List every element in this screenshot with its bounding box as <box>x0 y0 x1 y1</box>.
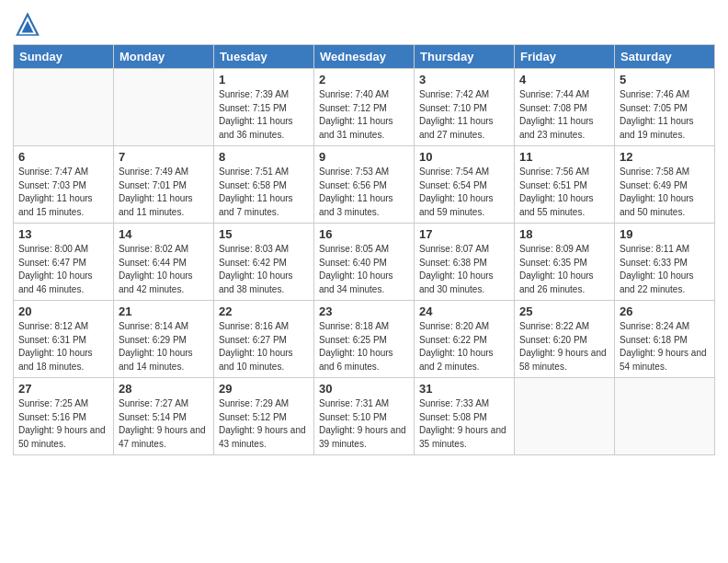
day-cell: 14Sunrise: 8:02 AM Sunset: 6:44 PM Dayli… <box>114 224 214 301</box>
day-cell: 18Sunrise: 8:09 AM Sunset: 6:35 PM Dayli… <box>515 224 615 301</box>
day-cell: 1Sunrise: 7:39 AM Sunset: 7:15 PM Daylig… <box>214 69 314 146</box>
day-info: Sunrise: 7:58 AM Sunset: 6:49 PM Dayligh… <box>620 166 710 219</box>
day-number: 2 <box>319 73 409 86</box>
day-cell: 5Sunrise: 7:46 AM Sunset: 7:05 PM Daylig… <box>615 69 715 146</box>
week-row-2: 6Sunrise: 7:47 AM Sunset: 7:03 PM Daylig… <box>14 146 715 224</box>
day-cell: 10Sunrise: 7:54 AM Sunset: 6:54 PM Dayli… <box>415 146 515 224</box>
day-info: Sunrise: 7:56 AM Sunset: 6:51 PM Dayligh… <box>519 166 609 219</box>
day-cell: 15Sunrise: 8:03 AM Sunset: 6:42 PM Dayli… <box>214 224 314 301</box>
day-cell <box>515 378 615 455</box>
day-cell: 17Sunrise: 8:07 AM Sunset: 6:38 PM Dayli… <box>415 224 515 301</box>
day-cell <box>114 69 214 146</box>
day-info: Sunrise: 7:46 AM Sunset: 7:05 PM Dayligh… <box>620 88 710 142</box>
day-cell: 29Sunrise: 7:29 AM Sunset: 5:12 PM Dayli… <box>214 378 314 455</box>
day-cell: 28Sunrise: 7:27 AM Sunset: 5:14 PM Dayli… <box>114 378 214 455</box>
day-number: 11 <box>519 150 609 164</box>
header <box>13 9 715 39</box>
day-cell: 22Sunrise: 8:16 AM Sunset: 6:27 PM Dayli… <box>214 301 314 378</box>
day-cell: 16Sunrise: 8:05 AM Sunset: 6:40 PM Dayli… <box>314 224 415 301</box>
day-number: 16 <box>319 227 409 241</box>
day-info: Sunrise: 8:02 AM Sunset: 6:44 PM Dayligh… <box>119 243 209 296</box>
day-info: Sunrise: 7:54 AM Sunset: 6:54 PM Dayligh… <box>419 166 509 219</box>
day-number: 7 <box>119 150 209 164</box>
day-info: Sunrise: 7:39 AM Sunset: 7:15 PM Dayligh… <box>219 88 309 142</box>
week-row-3: 13Sunrise: 8:00 AM Sunset: 6:47 PM Dayli… <box>14 224 715 301</box>
week-row-4: 20Sunrise: 8:12 AM Sunset: 6:31 PM Dayli… <box>14 301 715 378</box>
week-row-1: 1Sunrise: 7:39 AM Sunset: 7:15 PM Daylig… <box>14 69 715 146</box>
col-header-thursday: Thursday <box>415 45 515 69</box>
day-info: Sunrise: 8:16 AM Sunset: 6:27 PM Dayligh… <box>219 320 309 373</box>
header-row: SundayMondayTuesdayWednesdayThursdayFrid… <box>14 45 715 69</box>
day-number: 23 <box>319 304 409 318</box>
day-number: 24 <box>419 304 509 318</box>
day-number: 18 <box>519 227 609 241</box>
col-header-saturday: Saturday <box>615 45 715 69</box>
day-number: 28 <box>119 382 209 396</box>
day-number: 26 <box>620 304 710 318</box>
day-cell: 26Sunrise: 8:24 AM Sunset: 6:18 PM Dayli… <box>615 301 715 378</box>
day-cell: 12Sunrise: 7:58 AM Sunset: 6:49 PM Dayli… <box>615 146 715 224</box>
day-number: 25 <box>519 304 609 318</box>
week-row-5: 27Sunrise: 7:25 AM Sunset: 5:16 PM Dayli… <box>14 378 715 455</box>
day-number: 27 <box>18 382 108 396</box>
day-cell: 25Sunrise: 8:22 AM Sunset: 6:20 PM Dayli… <box>515 301 615 378</box>
day-info: Sunrise: 8:20 AM Sunset: 6:22 PM Dayligh… <box>419 320 509 373</box>
page: SundayMondayTuesdayWednesdayThursdayFrid… <box>0 0 728 563</box>
day-cell: 19Sunrise: 8:11 AM Sunset: 6:33 PM Dayli… <box>615 224 715 301</box>
day-cell: 9Sunrise: 7:53 AM Sunset: 6:56 PM Daylig… <box>314 146 415 224</box>
day-cell: 23Sunrise: 8:18 AM Sunset: 6:25 PM Dayli… <box>314 301 415 378</box>
day-info: Sunrise: 8:22 AM Sunset: 6:20 PM Dayligh… <box>519 320 609 373</box>
day-info: Sunrise: 8:05 AM Sunset: 6:40 PM Dayligh… <box>319 243 409 296</box>
day-number: 21 <box>119 304 209 318</box>
day-info: Sunrise: 7:47 AM Sunset: 7:03 PM Dayligh… <box>18 166 108 219</box>
col-header-wednesday: Wednesday <box>314 45 415 69</box>
day-cell: 2Sunrise: 7:40 AM Sunset: 7:12 PM Daylig… <box>314 69 415 146</box>
day-info: Sunrise: 7:33 AM Sunset: 5:08 PM Dayligh… <box>419 397 509 451</box>
col-header-tuesday: Tuesday <box>214 45 314 69</box>
day-info: Sunrise: 8:18 AM Sunset: 6:25 PM Dayligh… <box>319 320 409 373</box>
day-cell: 3Sunrise: 7:42 AM Sunset: 7:10 PM Daylig… <box>415 69 515 146</box>
day-cell: 21Sunrise: 8:14 AM Sunset: 6:29 PM Dayli… <box>114 301 214 378</box>
day-info: Sunrise: 8:11 AM Sunset: 6:33 PM Dayligh… <box>620 243 710 296</box>
logo <box>13 9 46 39</box>
day-cell: 8Sunrise: 7:51 AM Sunset: 6:58 PM Daylig… <box>214 146 314 224</box>
logo-icon <box>13 9 42 39</box>
day-cell: 30Sunrise: 7:31 AM Sunset: 5:10 PM Dayli… <box>314 378 415 455</box>
day-number: 31 <box>419 382 509 396</box>
day-cell: 24Sunrise: 8:20 AM Sunset: 6:22 PM Dayli… <box>415 301 515 378</box>
day-cell: 4Sunrise: 7:44 AM Sunset: 7:08 PM Daylig… <box>515 69 615 146</box>
day-number: 10 <box>419 150 509 164</box>
col-header-sunday: Sunday <box>14 45 114 69</box>
day-info: Sunrise: 7:49 AM Sunset: 7:01 PM Dayligh… <box>119 166 209 219</box>
day-number: 9 <box>319 150 409 164</box>
day-number: 30 <box>319 382 409 396</box>
day-number: 22 <box>219 304 309 318</box>
day-cell: 7Sunrise: 7:49 AM Sunset: 7:01 PM Daylig… <box>114 146 214 224</box>
day-number: 5 <box>620 73 710 86</box>
day-number: 4 <box>519 73 609 86</box>
day-cell: 13Sunrise: 8:00 AM Sunset: 6:47 PM Dayli… <box>14 224 114 301</box>
day-info: Sunrise: 7:29 AM Sunset: 5:12 PM Dayligh… <box>219 397 309 451</box>
day-info: Sunrise: 8:03 AM Sunset: 6:42 PM Dayligh… <box>219 243 309 296</box>
day-cell <box>14 69 114 146</box>
day-info: Sunrise: 8:14 AM Sunset: 6:29 PM Dayligh… <box>119 320 209 373</box>
day-info: Sunrise: 8:12 AM Sunset: 6:31 PM Dayligh… <box>18 320 108 373</box>
day-cell: 31Sunrise: 7:33 AM Sunset: 5:08 PM Dayli… <box>415 378 515 455</box>
col-header-monday: Monday <box>114 45 214 69</box>
day-cell: 20Sunrise: 8:12 AM Sunset: 6:31 PM Dayli… <box>14 301 114 378</box>
day-info: Sunrise: 8:00 AM Sunset: 6:47 PM Dayligh… <box>18 243 108 296</box>
day-info: Sunrise: 8:07 AM Sunset: 6:38 PM Dayligh… <box>419 243 509 296</box>
day-number: 6 <box>18 150 108 164</box>
day-info: Sunrise: 7:27 AM Sunset: 5:14 PM Dayligh… <box>119 397 209 451</box>
day-number: 8 <box>219 150 309 164</box>
day-info: Sunrise: 7:44 AM Sunset: 7:08 PM Dayligh… <box>519 88 609 142</box>
day-info: Sunrise: 7:53 AM Sunset: 6:56 PM Dayligh… <box>319 166 409 219</box>
day-info: Sunrise: 7:25 AM Sunset: 5:16 PM Dayligh… <box>18 397 108 451</box>
day-info: Sunrise: 7:51 AM Sunset: 6:58 PM Dayligh… <box>219 166 309 219</box>
col-header-friday: Friday <box>515 45 615 69</box>
day-number: 3 <box>419 73 509 86</box>
day-number: 12 <box>620 150 710 164</box>
day-number: 14 <box>119 227 209 241</box>
day-info: Sunrise: 7:42 AM Sunset: 7:10 PM Dayligh… <box>419 88 509 142</box>
day-number: 29 <box>219 382 309 396</box>
